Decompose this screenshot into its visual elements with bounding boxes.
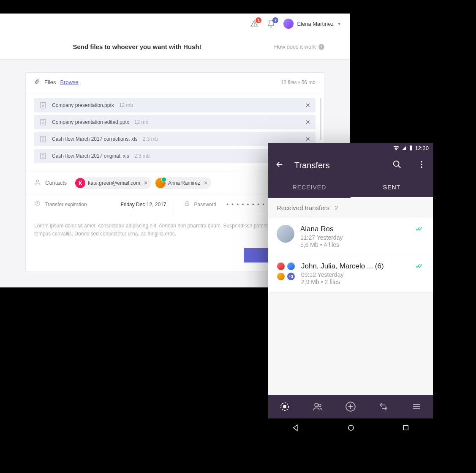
more-icon[interactable]: [417, 160, 426, 171]
info-icon: i: [318, 44, 324, 50]
status-bar: 12:30: [268, 143, 433, 153]
list-header-title: Received transfers: [277, 204, 329, 211]
alerts-badge: 1: [256, 17, 261, 23]
mobile-app-window: 12:30 Transfers RECEIVED SENT Received t…: [268, 143, 433, 439]
file-icon: [39, 118, 47, 126]
delivered-check-icon: [415, 263, 424, 271]
browse-link[interactable]: Browse: [60, 79, 78, 85]
file-name: Company presentation.pptx: [52, 102, 114, 108]
svg-point-31: [318, 404, 321, 407]
svg-point-27: [421, 167, 422, 168]
files-summary: 12 files • 56 mb: [281, 79, 316, 85]
contact-chip-text: kate.green@email.com: [88, 180, 140, 186]
group-avatar-more: +3: [287, 272, 295, 281]
transfer-meta: 5,6 Mb • 4 files: [300, 241, 409, 248]
subheader: Send files to whoever you want with Hush…: [0, 34, 350, 60]
file-size: 12 mb: [119, 102, 133, 108]
svg-point-18: [36, 180, 38, 182]
file-size: 2.3 mb: [134, 153, 150, 159]
svg-point-29: [283, 405, 286, 408]
transfer-time: 11:27 Yesterday: [300, 234, 409, 241]
lock-icon: [184, 200, 190, 208]
bottom-nav: [268, 395, 433, 418]
delivered-check-icon: [415, 226, 424, 233]
wifi-icon: [393, 145, 400, 150]
nav-add-icon[interactable]: [342, 398, 359, 415]
how-it-works-label: How does it work: [274, 44, 316, 50]
search-icon[interactable]: [392, 160, 402, 171]
contact-chip-text: Anna Ramirez: [168, 180, 200, 186]
tab-received[interactable]: RECEIVED: [268, 178, 351, 198]
top-bar: 1 7 Elena Martinez ▼: [0, 14, 350, 34]
attachment-icon: [34, 79, 40, 86]
caret-down-icon: ▼: [337, 22, 341, 26]
user-name-label: Elena Martinez: [297, 21, 334, 27]
transfer-time: 09:12 Yesterday: [301, 271, 409, 278]
file-name: Company presentation edited.pptx: [52, 119, 129, 125]
contact-chip-avatar: [155, 178, 166, 188]
transfer-item[interactable]: +3John, Julia, Marcelo ... (6)09:12 Yest…: [268, 255, 433, 293]
svg-point-1: [254, 25, 255, 25]
app-title: Transfers: [294, 161, 382, 170]
remove-file-icon[interactable]: ✕: [305, 102, 310, 109]
clock-icon: [34, 200, 41, 208]
remove-file-icon[interactable]: ✕: [305, 136, 310, 142]
group-avatar: [277, 272, 285, 281]
page-title: Send files to whoever you want with Hush…: [0, 43, 274, 50]
how-it-works-link[interactable]: How does it work i: [274, 44, 324, 50]
svg-line-24: [398, 166, 401, 168]
svg-point-38: [348, 425, 354, 430]
transfer-list: Alana Ros11:27 Yesterday5,6 Mb • 4 files…: [268, 218, 433, 293]
notifications-icon[interactable]: 7: [267, 19, 276, 28]
user-menu[interactable]: Elena Martinez ▼: [283, 19, 341, 29]
remove-file-icon[interactable]: ✕: [305, 119, 310, 126]
file-icon: [39, 152, 47, 160]
expiration-cell[interactable]: Transfer expiration Friday Dec 12, 2017: [26, 194, 175, 215]
android-home-icon[interactable]: [347, 424, 355, 433]
notifications-badge: 7: [272, 17, 278, 23]
svg-rect-20: [185, 203, 189, 206]
file-icon: [39, 135, 47, 143]
nav-transfers-icon[interactable]: [375, 398, 392, 415]
battery-icon: [409, 145, 413, 151]
file-row: Company presentation edited.pptx12 mb✕: [34, 115, 316, 129]
file-name: Cash flow March 2017 original. xls: [52, 153, 129, 159]
svg-rect-22: [411, 145, 411, 146]
transfer-item[interactable]: Alana Ros11:27 Yesterday5,6 Mb • 4 files: [268, 218, 433, 255]
file-size: 12 mb: [134, 119, 148, 125]
nav-radar-icon[interactable]: [276, 398, 293, 415]
transfer-meta: 2,9 Mb • 2 files: [301, 279, 409, 285]
file-scrollbar[interactable]: [320, 98, 321, 140]
files-header: Files Browse 12 files • 56 mb: [26, 73, 324, 92]
status-time: 12:30: [415, 145, 429, 151]
file-icon: [39, 101, 47, 109]
svg-point-30: [315, 403, 318, 407]
list-header: Received transfers 2: [268, 198, 433, 218]
list-header-count: 2: [335, 204, 338, 211]
alerts-icon[interactable]: 1: [250, 19, 259, 28]
android-recent-icon[interactable]: [403, 424, 409, 433]
contact-chip: Kkate.green@email.com✕: [74, 177, 151, 189]
transfer-group-avatars: +3: [277, 262, 295, 281]
svg-rect-21: [410, 146, 413, 150]
file-size: 2.3 mb: [143, 136, 158, 142]
android-nav-buttons: [268, 418, 433, 439]
back-arrow-icon[interactable]: [275, 160, 284, 171]
remove-contact-icon[interactable]: ✕: [204, 180, 208, 186]
remove-contact-icon[interactable]: ✕: [144, 180, 148, 186]
transfer-title: John, Julia, Marcelo ... (6): [301, 262, 409, 271]
nav-contacts-icon[interactable]: [309, 398, 326, 415]
files-label: Files: [44, 79, 56, 85]
group-avatar: [277, 262, 285, 271]
svg-rect-39: [403, 426, 408, 430]
contact-icon: [34, 179, 41, 187]
android-back-icon[interactable]: [292, 424, 299, 433]
expiration-label: Transfer expiration: [45, 202, 87, 208]
svg-point-26: [421, 164, 422, 165]
tab-sent[interactable]: SENT: [351, 178, 433, 198]
signal-icon: [401, 145, 407, 150]
nav-menu-icon[interactable]: [408, 398, 425, 415]
transfer-title: Alana Ros: [300, 225, 409, 233]
contacts-label: Contacts: [45, 180, 67, 186]
transfer-body: John, Julia, Marcelo ... (6)09:12 Yester…: [301, 262, 409, 285]
